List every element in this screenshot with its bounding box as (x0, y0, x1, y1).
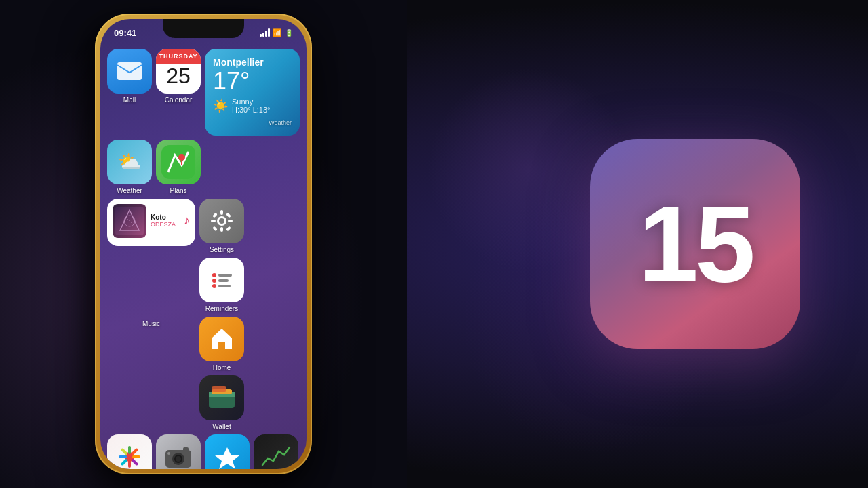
signal-icon (260, 28, 270, 37)
app-row-4: Music Home (107, 317, 300, 430)
music-app-label-container: Music (107, 317, 195, 329)
phone-screen: 09:41 📶 🔋 (100, 19, 307, 469)
music-info: Koto ODESZA ♪ (113, 204, 190, 238)
svg-rect-0 (117, 62, 142, 80)
svg-rect-31 (183, 447, 189, 451)
music-widget[interactable]: Koto ODESZA ♪ (107, 199, 195, 246)
svg-rect-14 (212, 226, 218, 231)
calendar-label: Calendar (165, 96, 193, 104)
svg-rect-19 (218, 279, 229, 282)
battery-icon: 🔋 (285, 29, 293, 37)
photos-app[interactable]: Photos (107, 434, 152, 469)
music-note-icon: ♪ (184, 214, 190, 228)
camera-app[interactable]: Camera (156, 434, 201, 469)
svg-rect-13 (226, 212, 231, 218)
appstore-app[interactable]: App Store (205, 434, 250, 469)
weather-widget[interactable]: Montpellier 17° ☀️ Sunny H:30° L:13° Wea… (205, 49, 300, 136)
weather-high-low: H:30° L:13° (232, 106, 271, 114)
music-artist-name: ODESZA (151, 221, 180, 228)
app-grid: Mail THURSDAY 25 Calendar Montpellier 17… (107, 49, 300, 462)
calendar-icon: THURSDAY 25 (156, 49, 201, 94)
svg-point-32 (167, 452, 170, 455)
svg-rect-17 (218, 274, 232, 277)
status-icons: 📶 🔋 (260, 28, 293, 37)
settings-reminders-col: Settings (199, 199, 244, 312)
weather-app-icon: ⛅ (107, 140, 152, 184)
album-art-inner (115, 207, 144, 235)
wifi-icon: 📶 (273, 28, 282, 37)
music-song: Koto (151, 214, 180, 221)
svg-rect-12 (212, 212, 218, 218)
ios15-logo-icon: 15 (590, 139, 800, 349)
ios15-number: 15 (638, 182, 752, 306)
svg-rect-25 (212, 386, 226, 392)
album-art (113, 204, 146, 238)
music-text: Koto ODESZA (151, 214, 180, 228)
weather-widget-label: Weather (269, 119, 292, 126)
wallet-icon (199, 375, 244, 420)
cloud-sun-icon: ⛅ (118, 150, 142, 173)
settings-app[interactable]: Settings (199, 199, 244, 253)
wallet-label: Wallet (212, 423, 231, 430)
weather-app[interactable]: ⛅ Weather (107, 140, 152, 195)
svg-rect-8 (220, 210, 223, 215)
app-row-1: Mail THURSDAY 25 Calendar Montpellier 17… (107, 49, 300, 136)
svg-point-20 (212, 284, 216, 288)
app-row-3: Koto ODESZA ♪ (107, 199, 300, 312)
home-wallet-col: Home Wallet (199, 317, 244, 430)
home-icon (199, 317, 244, 361)
camera-icon (156, 434, 201, 469)
reminders-app[interactable]: Reminders (199, 258, 244, 312)
weather-detail: ☀️ Sunny H:30° L:13° (213, 98, 292, 114)
mail-icon (107, 49, 152, 94)
svg-point-16 (212, 273, 216, 277)
mail-label: Mail (123, 96, 136, 104)
phone-mockup: 09:41 📶 🔋 (95, 14, 312, 474)
svg-point-30 (176, 456, 181, 462)
settings-icon (199, 199, 244, 243)
home-label: Home (213, 364, 231, 371)
calendar-app[interactable]: THURSDAY 25 Calendar (156, 49, 201, 104)
calendar-day-name: THURSDAY (156, 49, 201, 64)
phone-notch (163, 19, 244, 38)
weather-app-label: Weather (117, 187, 142, 195)
svg-rect-10 (211, 220, 216, 222)
weather-condition: Sunny (232, 98, 271, 106)
plans-label: Plans (170, 187, 186, 195)
svg-rect-11 (228, 220, 233, 222)
settings-label: Settings (210, 246, 234, 253)
appstore-icon (205, 434, 250, 469)
svg-rect-21 (218, 285, 231, 287)
calendar-day-number: 25 (166, 65, 191, 87)
home-app[interactable]: Home (199, 317, 244, 371)
stocks-app[interactable]: Stocks (254, 434, 298, 469)
svg-rect-9 (220, 227, 223, 232)
weather-temp: 17° (213, 68, 292, 95)
maps-app[interactable]: Plans (156, 140, 201, 195)
svg-point-18 (212, 279, 216, 283)
mail-app[interactable]: Mail (107, 49, 152, 104)
sun-icon: ☀️ (213, 98, 228, 113)
svg-marker-3 (120, 210, 139, 230)
reminders-label: Reminders (205, 305, 238, 312)
svg-point-2 (178, 154, 185, 161)
svg-rect-15 (226, 226, 231, 231)
photos-icon (107, 434, 152, 469)
app-row-2: ⛅ Weather Plans (107, 140, 300, 195)
status-time: 09:41 (114, 28, 136, 38)
maps-icon (156, 140, 201, 184)
reminders-icon (199, 258, 244, 302)
wallet-app[interactable]: Wallet (199, 375, 244, 430)
app-row-5: Photos Camera (107, 434, 300, 469)
music-label: Music (142, 320, 160, 327)
svg-point-7 (219, 218, 224, 224)
weather-city: Montpellier (213, 57, 292, 68)
stocks-icon (254, 434, 298, 469)
